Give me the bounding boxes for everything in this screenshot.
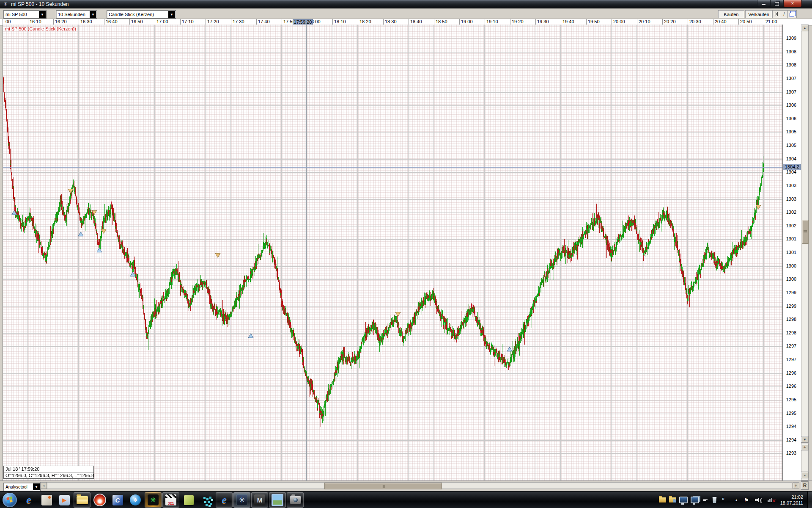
hidden-icons-arrow[interactable]: ▲ [735, 498, 738, 502]
price-axis-label: 1296 [783, 370, 800, 376]
price-axis-label: 1308 [783, 49, 800, 55]
tray-folder-icon[interactable] [659, 497, 666, 502]
reset-button[interactable]: R [801, 481, 809, 490]
zoom-in-x-button[interactable]: + [793, 482, 799, 489]
video-321-app-icon: 321 [165, 494, 176, 505]
notes-app-icon [184, 495, 194, 505]
price-axis-label: 1293 [783, 450, 800, 456]
taskbar-item-windows-explorer[interactable] [74, 492, 91, 508]
taskbar-item-cubes-app[interactable] [198, 492, 215, 508]
analysetool-combobox[interactable]: Analysetool ▼ [3, 483, 41, 491]
windows-logo-icon [6, 496, 13, 503]
zoom-in-y-button[interactable]: + [801, 444, 809, 450]
horizontal-scrollbar-thumb[interactable] [324, 483, 442, 489]
time-axis-label: 16:50 [129, 19, 143, 25]
current-price-badge: 1304.2 [783, 164, 801, 170]
start-button[interactable] [3, 493, 17, 507]
reset-label: R [803, 483, 807, 489]
tray-app-window-icon[interactable] [702, 497, 709, 503]
show-desktop-button[interactable] [807, 491, 812, 508]
charttype-combobox[interactable]: Candle Stick (Kerzen) ▼ [107, 10, 176, 19]
taskbar-item-photo-viewer[interactable] [269, 492, 286, 508]
trendline-tool-icon[interactable]: / [780, 10, 788, 18]
chevron-down-icon[interactable]: ▼ [168, 11, 175, 18]
symbol-combobox[interactable]: mi SP 500 ▼ [3, 10, 47, 19]
maximize-button[interactable] [770, 0, 783, 7]
taskbar-item-media-center[interactable] [38, 492, 55, 508]
toolbar: mi SP 500 ▼ 10 Sekunden ▼ Candle Stick (… [0, 9, 812, 19]
price-axis-label: 1305 [783, 143, 800, 148]
taskbar-item-cyberlink-app[interactable]: C [109, 492, 126, 508]
taskbar-item-media-player[interactable]: ▶ [56, 492, 73, 508]
tray-overflow-icon[interactable]: » [721, 496, 724, 502]
price-axis-label: 1303 [783, 196, 800, 202]
tray-monitor-icon[interactable] [679, 497, 688, 503]
app-icon: ✳ [3, 1, 8, 7]
tray-recycle-bin-icon[interactable] [712, 497, 717, 503]
chart-plot-area[interactable] [3, 25, 783, 480]
price-axis-label: 1305 [783, 129, 800, 135]
candlestick-chart[interactable] [3, 25, 783, 480]
window-controls: × [757, 0, 802, 7]
taskbar-item-m-app[interactable]: M [251, 492, 268, 508]
system-tray: » ▲ ⚑ ✕ 21:02 18.07.2011 [659, 491, 812, 508]
chevron-down-icon[interactable]: ▼ [39, 11, 46, 18]
taskbar-item-hand-app[interactable]: ❋ [145, 492, 162, 508]
time-axis-label: 18:20 [358, 19, 371, 25]
time-axis-label: 19:40 [561, 19, 574, 25]
cubes-app-icon [203, 497, 206, 499]
price-axis-label: 1304 [783, 156, 800, 162]
price-axis-label: 1297 [783, 343, 800, 349]
symbol-combobox-value: mi SP 500 [4, 12, 39, 17]
windows-explorer-icon [77, 496, 88, 504]
scroll-left-button[interactable]: ◄ [40, 482, 47, 489]
sell-button-label: Verkaufen [748, 12, 769, 17]
media-player-icon: ▶ [59, 495, 70, 505]
scroll-up-button[interactable]: ▲ [801, 25, 809, 31]
restore-icon [775, 2, 779, 6]
price-axis-label: 1294 [783, 424, 800, 429]
scroll-down-button[interactable]: ▼ [801, 436, 809, 443]
tooltip-ohlc: O=1296.0, C=1296.3, H=1296.3, L=1295.8 [4, 472, 93, 478]
tooltip-datetime: Jul 18 ' 17:59:20 [4, 466, 93, 472]
snowflake-app-icon: ❄ [130, 494, 141, 505]
taskbar-item-notes-app[interactable] [180, 492, 197, 508]
taskbar-item-internet-explorer[interactable]: e [20, 492, 37, 508]
indicator-bars-icon[interactable] [772, 10, 781, 18]
vertical-scrollbar[interactable] [801, 25, 809, 480]
arrow-down-icon: ▼ [803, 438, 807, 442]
taskbar-item-video-321-app[interactable]: 321 [162, 492, 179, 508]
price-axis-label: 1295 [783, 411, 800, 416]
arrow-left-icon: ◄ [42, 484, 45, 488]
sell-button[interactable]: Verkaufen [745, 10, 772, 18]
screenshot-tool-icon [290, 496, 301, 504]
price-axis[interactable]: 1304.2 130913081308130713071306130613051… [782, 25, 801, 480]
taskbar-item-trading-app[interactable]: ✳ [233, 492, 250, 508]
tray-network-monitor-icon[interactable] [691, 497, 699, 503]
tray-user-folder-icon[interactable] [669, 497, 676, 502]
media-center-icon [41, 495, 52, 505]
horizontal-scrollbar[interactable] [47, 482, 792, 489]
vertical-scrollbar-thumb[interactable] [802, 220, 809, 244]
analysetool-value: Analysetool [4, 485, 33, 489]
minimize-button[interactable] [757, 0, 770, 7]
interval-combobox[interactable]: 10 Sekunden ▼ [56, 10, 97, 19]
action-center-flag-icon[interactable]: ⚑ [744, 497, 749, 503]
hand-app-icon: ❋ [148, 494, 159, 505]
taskbar-item-internet-explorer-2[interactable]: e [216, 492, 233, 508]
taskbar-item-snowflake-app[interactable]: ❄ [127, 492, 144, 508]
chevron-down-icon[interactable]: ▼ [33, 483, 40, 490]
buy-button[interactable]: Kaufen [718, 10, 744, 18]
close-button[interactable]: × [783, 0, 802, 7]
time-axis-label: 19:10 [485, 19, 498, 25]
volume-icon[interactable] [755, 497, 762, 503]
time-axis-label: 16:30 [79, 19, 92, 25]
chevron-down-icon[interactable]: ▼ [90, 11, 96, 18]
zoom-out-y-button[interactable]: - [801, 472, 809, 478]
cascade-windows-icon[interactable] [787, 10, 797, 18]
time-axis-label: 20:50 [738, 19, 752, 25]
network-error-icon[interactable]: ✕ [768, 497, 774, 503]
taskbar-clock[interactable]: 21:02 18.07.2011 [780, 494, 803, 506]
taskbar-item-screenshot-tool[interactable] [287, 492, 304, 508]
taskbar-item-burning-app[interactable] [91, 492, 108, 508]
